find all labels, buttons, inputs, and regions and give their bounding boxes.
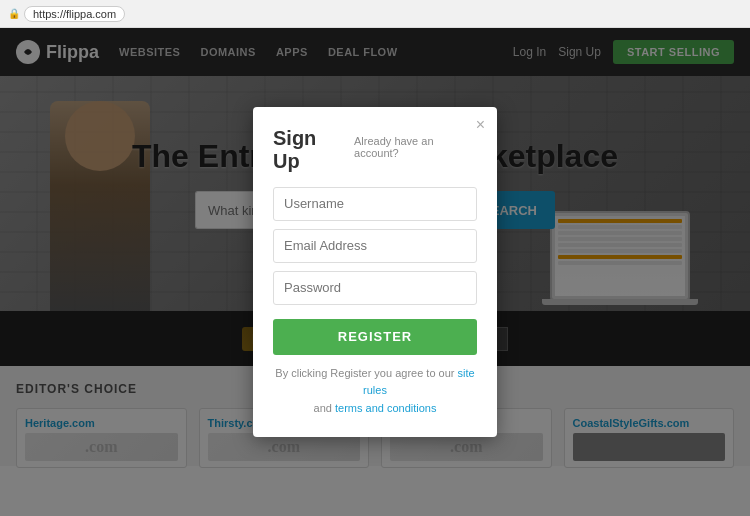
- register-button[interactable]: REGISTER: [273, 319, 477, 355]
- username-input[interactable]: [273, 187, 477, 221]
- modal-header-row: Sign Up Already have an account?: [273, 127, 477, 173]
- terms-link[interactable]: terms and conditions: [335, 402, 437, 414]
- modal-footer: By clicking Register you agree to our si…: [273, 365, 477, 418]
- password-input[interactable]: [273, 271, 477, 305]
- signup-modal: Sign Up Already have an account? × REGIS…: [253, 107, 497, 438]
- url-bar[interactable]: https://flippa.com: [24, 6, 125, 22]
- modal-overlay: Sign Up Already have an account? × REGIS…: [0, 28, 750, 516]
- lock-icon: 🔒: [8, 8, 20, 19]
- email-input[interactable]: [273, 229, 477, 263]
- browser-bar: 🔒 https://flippa.com: [0, 0, 750, 28]
- modal-title: Sign Up: [273, 127, 346, 173]
- modal-close-button[interactable]: ×: [476, 117, 485, 133]
- footer-line2: and: [314, 402, 335, 414]
- page: Flippa WEBSITES DOMAINS APPS DEAL FLOW L…: [0, 28, 750, 516]
- footer-line1: By clicking Register you agree to our: [275, 367, 457, 379]
- modal-subtitle: Already have an account?: [354, 135, 477, 159]
